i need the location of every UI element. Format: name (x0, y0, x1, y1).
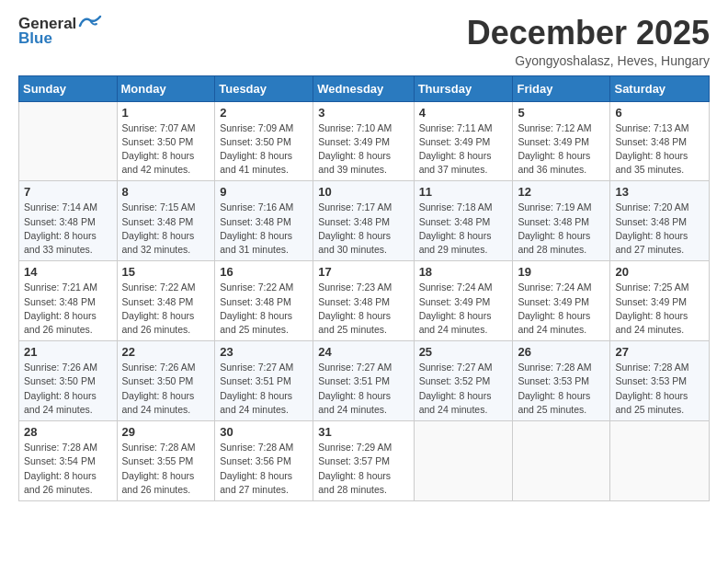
day-info: Sunrise: 7:28 AMSunset: 3:54 PMDaylight:… (24, 441, 112, 497)
calendar-day-cell: 16Sunrise: 7:22 AMSunset: 3:48 PMDayligh… (215, 261, 313, 341)
calendar-day-cell: 6Sunrise: 7:13 AMSunset: 3:48 PMDaylight… (610, 101, 710, 181)
day-number: 27 (615, 345, 704, 359)
calendar-day-cell: 14Sunrise: 7:21 AMSunset: 3:48 PMDayligh… (19, 261, 118, 341)
calendar-day-cell: 4Sunrise: 7:11 AMSunset: 3:49 PMDaylight… (414, 101, 513, 181)
day-number: 4 (419, 106, 508, 120)
day-info: Sunrise: 7:28 AMSunset: 3:53 PMDaylight:… (518, 361, 605, 417)
day-info: Sunrise: 7:13 AMSunset: 3:48 PMDaylight:… (615, 121, 704, 178)
day-info: Sunrise: 7:07 AMSunset: 3:50 PMDaylight:… (122, 121, 210, 178)
calendar-week-row: 1Sunrise: 7:07 AMSunset: 3:50 PMDaylight… (19, 101, 710, 181)
month-title: December 2025 (467, 15, 710, 52)
calendar-day-cell (513, 421, 610, 501)
day-number: 5 (518, 106, 605, 120)
day-info: Sunrise: 7:28 AMSunset: 3:55 PMDaylight:… (122, 441, 210, 497)
day-number: 31 (318, 425, 408, 439)
day-number: 15 (122, 265, 210, 279)
calendar-day-cell: 9Sunrise: 7:16 AMSunset: 3:48 PMDaylight… (215, 181, 313, 261)
title-area: December 2025 Gyongyoshalasz, Heves, Hun… (467, 15, 710, 68)
calendar-day-cell (610, 421, 710, 501)
day-info: Sunrise: 7:28 AMSunset: 3:56 PMDaylight:… (220, 441, 308, 497)
calendar-day-cell: 18Sunrise: 7:24 AMSunset: 3:49 PMDayligh… (414, 261, 513, 341)
day-number: 11 (419, 185, 508, 199)
weekday-header-cell: Wednesday (313, 75, 414, 101)
day-info: Sunrise: 7:24 AMSunset: 3:49 PMDaylight:… (518, 281, 605, 337)
calendar-day-cell: 20Sunrise: 7:25 AMSunset: 3:49 PMDayligh… (610, 261, 710, 341)
day-number: 3 (318, 106, 408, 120)
day-number: 17 (318, 265, 408, 279)
day-info: Sunrise: 7:14 AMSunset: 3:48 PMDaylight:… (24, 201, 112, 257)
day-info: Sunrise: 7:24 AMSunset: 3:49 PMDaylight:… (419, 281, 508, 337)
calendar-week-row: 14Sunrise: 7:21 AMSunset: 3:48 PMDayligh… (19, 261, 710, 341)
weekday-header-cell: Tuesday (215, 75, 313, 101)
day-info: Sunrise: 7:10 AMSunset: 3:49 PMDaylight:… (318, 121, 408, 178)
calendar-day-cell: 12Sunrise: 7:19 AMSunset: 3:48 PMDayligh… (513, 181, 610, 261)
calendar-day-cell: 15Sunrise: 7:22 AMSunset: 3:48 PMDayligh… (117, 261, 215, 341)
calendar-day-cell: 26Sunrise: 7:28 AMSunset: 3:53 PMDayligh… (513, 341, 610, 421)
calendar-day-cell: 24Sunrise: 7:27 AMSunset: 3:51 PMDayligh… (313, 341, 414, 421)
day-number: 12 (518, 185, 605, 199)
day-number: 20 (615, 265, 704, 279)
day-number: 30 (220, 425, 308, 439)
day-number: 25 (419, 345, 508, 359)
day-info: Sunrise: 7:22 AMSunset: 3:48 PMDaylight:… (122, 281, 210, 337)
day-info: Sunrise: 7:20 AMSunset: 3:48 PMDaylight:… (615, 201, 704, 257)
day-info: Sunrise: 7:17 AMSunset: 3:48 PMDaylight:… (318, 201, 408, 257)
calendar-day-cell: 23Sunrise: 7:27 AMSunset: 3:51 PMDayligh… (215, 341, 313, 421)
day-info: Sunrise: 7:29 AMSunset: 3:57 PMDaylight:… (318, 441, 408, 497)
day-info: Sunrise: 7:23 AMSunset: 3:48 PMDaylight:… (318, 281, 408, 337)
calendar-day-cell: 3Sunrise: 7:10 AMSunset: 3:49 PMDaylight… (313, 101, 414, 181)
calendar-day-cell: 11Sunrise: 7:18 AMSunset: 3:48 PMDayligh… (414, 181, 513, 261)
calendar-day-cell: 10Sunrise: 7:17 AMSunset: 3:48 PMDayligh… (313, 181, 414, 261)
day-info: Sunrise: 7:21 AMSunset: 3:48 PMDaylight:… (24, 281, 112, 337)
day-number: 28 (24, 425, 112, 439)
page-header: General Blue December 2025 Gyongyoshalas… (18, 15, 710, 68)
calendar-day-cell: 31Sunrise: 7:29 AMSunset: 3:57 PMDayligh… (313, 421, 414, 501)
calendar-day-cell: 21Sunrise: 7:26 AMSunset: 3:50 PMDayligh… (19, 341, 118, 421)
calendar-body: 1Sunrise: 7:07 AMSunset: 3:50 PMDaylight… (19, 101, 710, 500)
calendar-day-cell (19, 101, 118, 181)
calendar-day-cell: 13Sunrise: 7:20 AMSunset: 3:48 PMDayligh… (610, 181, 710, 261)
day-info: Sunrise: 7:12 AMSunset: 3:49 PMDaylight:… (518, 121, 605, 178)
day-info: Sunrise: 7:28 AMSunset: 3:53 PMDaylight:… (615, 361, 704, 417)
calendar-week-row: 7Sunrise: 7:14 AMSunset: 3:48 PMDaylight… (19, 181, 710, 261)
calendar-day-cell: 27Sunrise: 7:28 AMSunset: 3:53 PMDayligh… (610, 341, 710, 421)
day-number: 29 (122, 425, 210, 439)
day-info: Sunrise: 7:26 AMSunset: 3:50 PMDaylight:… (24, 361, 112, 417)
day-info: Sunrise: 7:18 AMSunset: 3:48 PMDaylight:… (419, 201, 508, 257)
day-number: 9 (220, 185, 308, 199)
day-number: 6 (615, 106, 704, 120)
day-info: Sunrise: 7:26 AMSunset: 3:50 PMDaylight:… (122, 361, 210, 417)
calendar-table: SundayMondayTuesdayWednesdayThursdayFrid… (18, 75, 710, 501)
weekday-header-cell: Friday (513, 75, 610, 101)
day-info: Sunrise: 7:27 AMSunset: 3:51 PMDaylight:… (220, 361, 308, 417)
day-info: Sunrise: 7:22 AMSunset: 3:48 PMDaylight:… (220, 281, 308, 337)
weekday-header-cell: Sunday (19, 75, 118, 101)
weekday-header-row: SundayMondayTuesdayWednesdayThursdayFrid… (19, 75, 710, 101)
calendar-day-cell: 7Sunrise: 7:14 AMSunset: 3:48 PMDaylight… (19, 181, 118, 261)
day-number: 21 (24, 345, 112, 359)
day-number: 26 (518, 345, 605, 359)
calendar-day-cell: 1Sunrise: 7:07 AMSunset: 3:50 PMDaylight… (117, 101, 215, 181)
day-info: Sunrise: 7:19 AMSunset: 3:48 PMDaylight:… (518, 201, 605, 257)
day-number: 13 (615, 185, 704, 199)
logo-blue: Blue (18, 29, 52, 48)
day-number: 22 (122, 345, 210, 359)
calendar-day-cell (414, 421, 513, 501)
day-number: 16 (220, 265, 308, 279)
day-info: Sunrise: 7:27 AMSunset: 3:52 PMDaylight:… (419, 361, 508, 417)
day-info: Sunrise: 7:15 AMSunset: 3:48 PMDaylight:… (122, 201, 210, 257)
day-info: Sunrise: 7:09 AMSunset: 3:50 PMDaylight:… (220, 121, 308, 178)
weekday-header-cell: Monday (117, 75, 215, 101)
calendar-day-cell: 5Sunrise: 7:12 AMSunset: 3:49 PMDaylight… (513, 101, 610, 181)
calendar-day-cell: 8Sunrise: 7:15 AMSunset: 3:48 PMDaylight… (117, 181, 215, 261)
day-number: 2 (220, 106, 308, 120)
calendar-day-cell: 30Sunrise: 7:28 AMSunset: 3:56 PMDayligh… (215, 421, 313, 501)
day-number: 10 (318, 185, 408, 199)
calendar-week-row: 28Sunrise: 7:28 AMSunset: 3:54 PMDayligh… (19, 421, 710, 501)
day-number: 23 (220, 345, 308, 359)
day-number: 7 (24, 185, 112, 199)
calendar-week-row: 21Sunrise: 7:26 AMSunset: 3:50 PMDayligh… (19, 341, 710, 421)
day-info: Sunrise: 7:27 AMSunset: 3:51 PMDaylight:… (318, 361, 408, 417)
weekday-header-cell: Saturday (610, 75, 710, 101)
calendar-day-cell: 28Sunrise: 7:28 AMSunset: 3:54 PMDayligh… (19, 421, 118, 501)
